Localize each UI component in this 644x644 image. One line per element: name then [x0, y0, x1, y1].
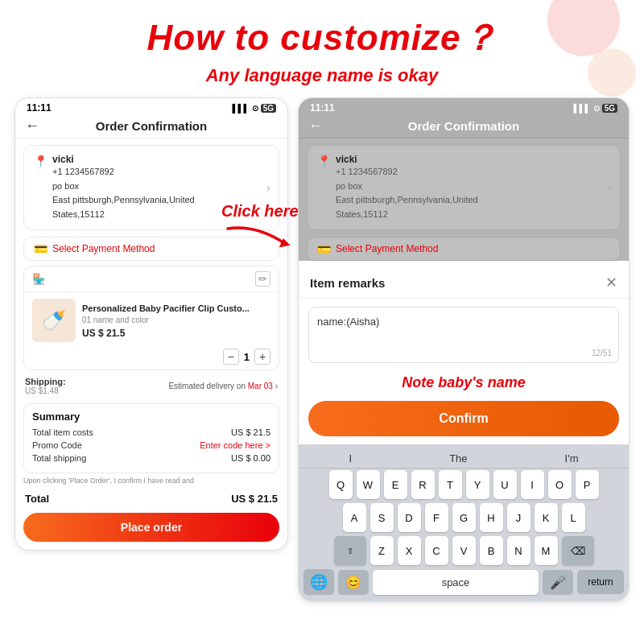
key-z[interactable]: Z [370, 536, 394, 565]
address-chevron-icon: › [266, 181, 270, 194]
modal-header: Item remarks ✕ [299, 266, 629, 299]
main-title: How to customize？ [0, 0, 644, 62]
right-address-line1: po box [336, 180, 478, 194]
confirm-button[interactable]: Confirm [308, 401, 619, 436]
payment-label: Select Payment Method [52, 243, 155, 254]
remark-input-value: name:(Aisha) [317, 316, 379, 328]
key-c[interactable]: C [425, 536, 448, 565]
item-remarks-modal: Item remarks ✕ name:(Aisha) 12/51 Note b… [299, 266, 629, 601]
right-payment-row: 💳 Select Payment Method [307, 237, 621, 261]
quantity-row: − 1 + [24, 349, 279, 369]
store-icon: 🏪 [32, 273, 45, 285]
product-price: US $ 21.5 [82, 328, 270, 339]
qty-increase-button[interactable]: + [254, 349, 270, 365]
summary-shipping-value: US $ 0.00 [231, 453, 270, 463]
return-key[interactable]: return [577, 570, 624, 594]
key-l[interactable]: L [562, 503, 585, 532]
key-o[interactable]: O [548, 470, 572, 499]
promo-value[interactable]: Enter code here > [200, 440, 270, 450]
address-line3: States,15112 [52, 208, 195, 222]
right-address-line3: States,15112 [336, 208, 478, 222]
right-address-card: 📍 vicki +1 1234567892 po box East pittsb… [307, 145, 621, 230]
phone-left: 11:11 ▌▌▌ ⊙ 5G ← Order Confirmation 📍 vi… [14, 97, 288, 551]
summary-shipping-label: Total shipping [32, 453, 86, 463]
keyboard-row-3: ⇧ Z X C V B N M ⌫ [300, 536, 627, 565]
shift-key[interactable]: ⇧ [334, 536, 366, 565]
edit-icon[interactable]: ✏ [255, 271, 270, 287]
total-label: Total [25, 493, 49, 505]
mic-key[interactable]: 🎤 [543, 570, 573, 595]
total-value: US $ 21.5 [231, 493, 278, 505]
modal-close-button[interactable]: ✕ [605, 274, 617, 291]
key-k[interactable]: K [535, 503, 558, 532]
product-image: 🍼 [32, 299, 76, 342]
summary-item-cost-label: Total item costs [32, 427, 93, 437]
emoji-key[interactable]: 😊 [338, 570, 369, 595]
qty-decrease-button[interactable]: − [223, 349, 239, 365]
left-time: 11:11 [27, 102, 52, 114]
suggestion-i[interactable]: I [343, 451, 359, 466]
key-b[interactable]: B [480, 536, 503, 565]
key-y[interactable]: Y [466, 470, 489, 499]
promo-label: Promo Code [32, 440, 82, 450]
key-x[interactable]: X [398, 536, 421, 565]
key-r[interactable]: R [411, 470, 435, 499]
place-order-button[interactable]: Place order [23, 513, 279, 542]
left-nav-title: Order Confirmation [96, 119, 207, 133]
key-i[interactable]: I [521, 470, 544, 499]
right-back-button[interactable]: ← [308, 118, 323, 134]
shipping-left: Shipping: US $1.48 [25, 377, 66, 395]
key-m[interactable]: M [535, 536, 558, 565]
key-f[interactable]: F [425, 503, 448, 532]
key-p[interactable]: P [576, 470, 599, 499]
phone-right: 11:11 ▌▌▌ ⊙ 5G ← Order Confirmation 📍 [298, 97, 630, 602]
right-nav-bar: ← Order Confirmation [299, 116, 629, 138]
deco-circle-peach [588, 48, 636, 97]
suggestion-the[interactable]: The [443, 451, 473, 466]
keyboard-row-2: A S D F G H J K L [300, 503, 627, 532]
right-address-phone: +1 1234567892 [336, 165, 478, 180]
key-v[interactable]: V [452, 536, 476, 565]
key-d[interactable]: D [398, 503, 421, 532]
key-u[interactable]: U [493, 470, 517, 499]
space-key[interactable]: space [373, 570, 539, 595]
key-h[interactable]: H [480, 503, 503, 532]
key-t[interactable]: T [439, 470, 462, 499]
modal-title: Item remarks [310, 276, 385, 290]
summary-section: Summary Total item costs US $ 21.5 Promo… [23, 403, 279, 473]
key-a[interactable]: A [343, 503, 366, 532]
key-s[interactable]: S [370, 503, 394, 532]
right-status-bar: 11:11 ▌▌▌ ⊙ 5G [299, 98, 629, 116]
key-n[interactable]: N [507, 536, 530, 565]
product-info: Personalized Baby Pacifier Clip Custo...… [82, 303, 270, 339]
right-address-details: vicki +1 1234567892 po box East pittsbur… [336, 154, 478, 221]
left-status-bar: 11:11 ▌▌▌ ⊙ 5G [15, 98, 287, 116]
estimated-delivery: Estimated delivery on Mar 03 › [168, 382, 278, 390]
right-payment-label: Select Payment Method [336, 243, 438, 254]
address-line1: po box [52, 180, 195, 194]
summary-promo-row[interactable]: Promo Code Enter code here > [32, 440, 270, 450]
right-pin-icon: 📍 [317, 155, 331, 167]
address-name: vicki [52, 154, 195, 165]
remark-input[interactable]: name:(Aisha) 12/51 [308, 307, 619, 363]
key-j[interactable]: J [507, 503, 530, 532]
globe-key[interactable]: 🌐 [303, 569, 334, 595]
backspace-key[interactable]: ⌫ [562, 536, 594, 565]
right-address-line2: East pittsburgh,Pennsylvania,United [336, 193, 478, 208]
key-g[interactable]: G [452, 503, 476, 532]
keyboard: I The I'm Q W E R T Y U I O [299, 444, 629, 601]
char-count: 12/51 [592, 349, 612, 357]
left-back-button[interactable]: ← [25, 118, 39, 134]
keyboard-suggestions: I The I'm [300, 448, 627, 469]
shipping-label: Shipping: [25, 377, 66, 386]
delivery-date: Mar 03 [248, 382, 273, 390]
suggestion-im[interactable]: I'm [559, 451, 585, 466]
summary-item-cost-value: US $ 21.5 [231, 427, 270, 437]
key-e[interactable]: E [384, 470, 407, 499]
left-signal: ▌▌▌ ⊙ 5G [232, 104, 276, 113]
summary-item-cost-row: Total item costs US $ 21.5 [32, 427, 270, 437]
left-product-section: 🏪 ✏ 🍼 Personalized Baby Pacifier Clip Cu… [23, 266, 279, 370]
key-w[interactable]: W [357, 470, 380, 499]
product-header: 🏪 ✏ [24, 266, 279, 292]
key-q[interactable]: Q [329, 470, 353, 499]
